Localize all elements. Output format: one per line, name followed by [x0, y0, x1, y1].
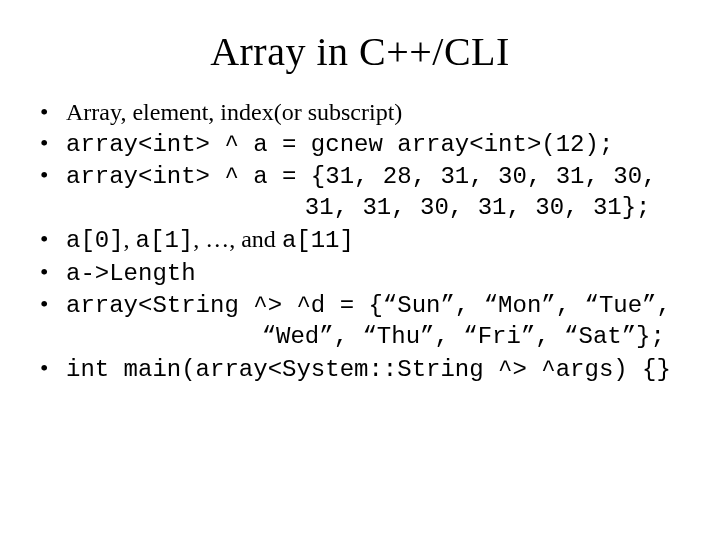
bullet-text: array<int> ^ a = gcnew array<int>(12); [66, 131, 613, 158]
bullet-text-part: a[0] [66, 227, 124, 254]
bullet-text: array<int> ^ a = {31, 28, 31, 30, 31, 30… [66, 163, 657, 190]
list-item: a->Length [36, 257, 690, 290]
bullet-text-part: a[11] [282, 227, 354, 254]
slide: Array in C++/CLI Array, element, index(o… [0, 0, 720, 540]
list-item: array<String ^> ^d = {“Sun”, “Mon”, “Tue… [36, 289, 690, 322]
bullet-text: int main(array<System::String ^> ^args) … [66, 356, 671, 383]
list-item: int main(array<System::String ^> ^args) … [36, 353, 690, 386]
bullet-text-part: , …, [193, 226, 241, 252]
bullet-text-part: a[1] [136, 227, 194, 254]
bullet-text: array<String ^> ^d = {“Sun”, “Mon”, “Tue… [66, 292, 671, 319]
bullet-text-part: , [124, 226, 136, 252]
list-item: array<int> ^ a = {31, 28, 31, 30, 31, 30… [36, 160, 690, 193]
bullet-continuation: 31, 31, 30, 31, 30, 31}; [30, 193, 690, 224]
list-item: a[0], a[1], …, and a[11] [36, 224, 690, 257]
bullet-text: a->Length [66, 260, 196, 287]
list-item: array<int> ^ a = gcnew array<int>(12); [36, 128, 690, 161]
bullet-text-part: and [241, 226, 282, 252]
bullet-list: Array, element, index(or subscript) arra… [30, 97, 690, 193]
bullet-list: a[0], a[1], …, and a[11] a->Length array… [30, 224, 690, 322]
bullet-list: int main(array<System::String ^> ^args) … [30, 353, 690, 386]
list-item: Array, element, index(or subscript) [36, 97, 690, 128]
bullet-text: Array, element, index(or subscript) [66, 99, 402, 125]
bullet-continuation: “Wed”, “Thu”, “Fri”, “Sat”}; [30, 322, 690, 353]
slide-title: Array in C++/CLI [30, 28, 690, 75]
